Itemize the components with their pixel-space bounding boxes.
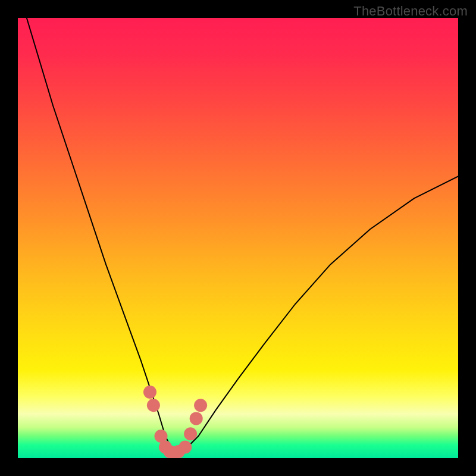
highlight-dot <box>194 399 207 412</box>
highlight-dot <box>184 427 197 440</box>
highlight-dot <box>143 386 156 399</box>
highlight-dot <box>178 441 192 454</box>
highlight-dot <box>147 399 160 412</box>
curve-layer <box>18 18 458 458</box>
highlight-dots <box>143 386 207 458</box>
highlight-dot <box>159 441 172 454</box>
highlight-dot <box>163 445 176 458</box>
highlight-dot <box>190 412 203 425</box>
highlight-dot <box>155 430 168 443</box>
highlight-dot <box>172 445 185 458</box>
watermark-text: TheBottleneck.com <box>353 4 468 19</box>
highlight-dot <box>168 446 181 458</box>
bottleneck-curve <box>27 18 458 454</box>
plot-area <box>18 18 458 458</box>
chart-frame: TheBottleneck.com <box>0 0 476 476</box>
